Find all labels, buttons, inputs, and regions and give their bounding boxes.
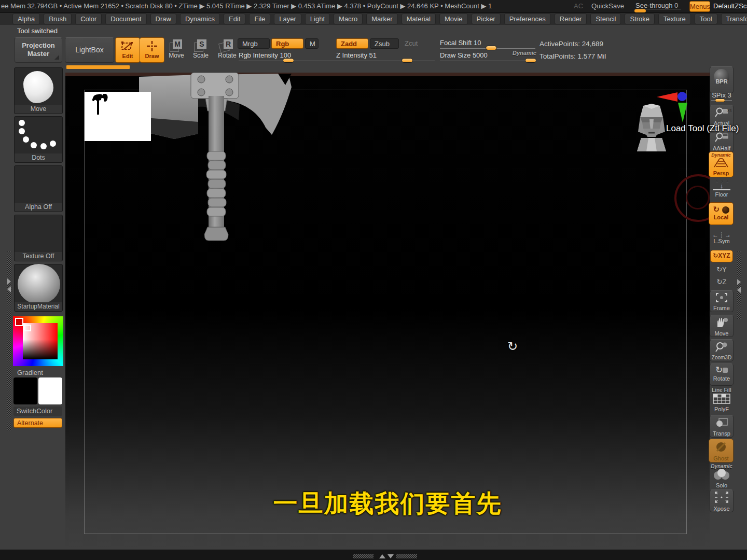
stroke-thumbnail[interactable]: Dots	[14, 116, 63, 163]
local-button[interactable]: ↻ Local	[709, 202, 734, 225]
rotate-z-button[interactable]: ↻Z	[713, 278, 730, 286]
menus-button[interactable]: Menus	[689, 1, 709, 11]
zadd-button[interactable]: Zadd	[336, 38, 368, 49]
actual-x1-badge: x1	[727, 108, 732, 113]
right-tray-divider[interactable]	[737, 251, 741, 319]
menu-marker[interactable]: Marker	[366, 13, 397, 24]
color-picker-hue-cursor[interactable]	[15, 318, 23, 326]
menu-tool[interactable]: Tool	[695, 13, 717, 24]
color-picker[interactable]	[13, 316, 63, 366]
bottom-scroll-left[interactable]	[353, 554, 374, 558]
bottom-scroll-right[interactable]	[396, 554, 417, 558]
gyro-move-button[interactable]: M Move	[168, 39, 185, 59]
rotate-xyz-button[interactable]: ↻XYZ	[710, 250, 733, 262]
see-through-slider-handle[interactable]	[634, 9, 646, 12]
texture-thumbnail[interactable]: Texture Off	[14, 215, 63, 261]
gyro-rotate-button[interactable]: R Rotate	[217, 39, 238, 59]
bpr-button[interactable]: BPR	[710, 66, 734, 93]
polyf-button[interactable]: PolyF	[710, 393, 734, 412]
document-canvas[interactable]: ↻ 一旦加载我们要首先	[65, 73, 710, 550]
menu-brush[interactable]: Brush	[44, 13, 72, 24]
polymesh-head-icon	[636, 103, 667, 158]
rgb-button[interactable]: Rgb	[271, 38, 303, 49]
menu-render[interactable]: Render	[555, 13, 587, 24]
persp-grid-icon	[713, 158, 729, 168]
scroll-up-icon[interactable]	[379, 554, 385, 558]
left-tray-collapse-left-icon[interactable]	[7, 286, 11, 292]
m-button[interactable]: M	[305, 38, 319, 49]
menu-draw[interactable]: Draw	[150, 13, 176, 24]
rotate-y-button[interactable]: ↻Y	[713, 265, 730, 273]
menu-dynamics[interactable]: Dynamics	[180, 13, 220, 24]
secondary-color-swatch[interactable]	[38, 377, 62, 404]
material-thumb-label: StartupMaterial	[15, 302, 62, 311]
lightbox-button[interactable]: LightBox	[65, 37, 114, 63]
quicksave-button[interactable]: QuickSave	[591, 2, 624, 10]
alpha-thumbnail[interactable]: Alpha Off	[14, 165, 63, 212]
quickpick-tool-icon	[89, 93, 115, 118]
left-tray-collapse-right-icon[interactable]	[7, 278, 11, 285]
menu-file[interactable]: File	[249, 13, 270, 24]
menu-layer[interactable]: Layer	[274, 13, 301, 24]
color-picker-sv-cursor[interactable]	[24, 325, 31, 331]
menu-preferences[interactable]: Preferences	[504, 13, 551, 24]
menu-macro[interactable]: Macro	[334, 13, 363, 24]
menu-texture[interactable]: Texture	[658, 13, 691, 24]
lsym-arrows-icon: ←⋮→	[710, 232, 734, 238]
scroll-down-icon[interactable]	[388, 554, 394, 558]
zsub-button[interactable]: Zsub	[370, 38, 399, 49]
zoom3d-button[interactable]: Zoom3D	[710, 339, 734, 361]
total-points-stat: TotalPoints: 1.577 Mil	[540, 52, 606, 60]
z-intensity-handle[interactable]	[402, 58, 413, 63]
floor-button[interactable]: ↓ Floor	[710, 184, 734, 198]
rotate-icon: R	[224, 39, 233, 49]
menu-alpha[interactable]: Alpha	[12, 13, 40, 24]
spix-handle[interactable]	[715, 99, 725, 102]
xpose-button[interactable]: Xpose	[710, 489, 734, 512]
draw-size-handle[interactable]	[525, 58, 536, 63]
actual-magnifier-icon	[715, 107, 728, 118]
dots-stroke-icon	[15, 117, 62, 153]
transp-button[interactable]: Transp	[710, 415, 734, 438]
material-thumbnail[interactable]: StartupMaterial	[14, 264, 63, 312]
right-tray-collapse-left-icon[interactable]	[737, 287, 741, 293]
rgb-intensity-handle[interactable]	[283, 58, 294, 63]
menu-light[interactable]: Light	[305, 13, 330, 24]
notification-tool-switched: Tool switched	[17, 27, 58, 35]
menu-transform[interactable]: Transform	[721, 13, 747, 24]
current-brush-thumbnail[interactable]: Move	[14, 67, 63, 114]
main-color-swatch[interactable]	[13, 377, 37, 404]
scale-label: Scale	[192, 52, 210, 59]
menu-color[interactable]: Color	[75, 13, 102, 24]
lsym-button[interactable]: ←⋮→ L.Sym	[710, 232, 734, 244]
menu-edit[interactable]: Edit	[224, 13, 245, 24]
menu-stencil[interactable]: Stencil	[590, 13, 621, 24]
zoom3d-magnifier-icon	[715, 341, 728, 353]
projection-master-button[interactable]: Projection Master	[15, 37, 62, 63]
pan-move-button[interactable]: Move	[710, 315, 734, 337]
menu-document[interactable]: Document	[105, 13, 146, 24]
lightbox-progress-strip	[66, 65, 130, 69]
frame-button[interactable]: Frame	[710, 290, 734, 312]
edit-button[interactable]: Edit	[115, 37, 140, 63]
right-tray: BPR SPix 3 x1 Actual AAHalf	[710, 73, 747, 550]
mrgb-button[interactable]: Mrgb	[238, 38, 270, 49]
menu-picker[interactable]: Picker	[472, 13, 501, 24]
draw-size-dynamic-label[interactable]: Dynamic	[513, 50, 536, 56]
draw-button[interactable]: Draw	[140, 37, 164, 63]
orbit-rotate-button[interactable]: ↻ Rotate	[710, 363, 734, 386]
persp-button[interactable]: Dynamic Persp	[709, 151, 734, 177]
ghost-button[interactable]: Ghost	[709, 439, 734, 463]
solo-button[interactable]: Solo	[710, 469, 734, 488]
focal-shift-slider-label: Focal Shift 10	[440, 39, 481, 47]
zcut-button[interactable]: Zcut	[400, 38, 424, 49]
menu-stroke[interactable]: Stroke	[625, 13, 655, 24]
gyro-scale-button[interactable]: S Scale	[192, 39, 210, 59]
focal-shift-handle[interactable]	[486, 46, 497, 50]
switch-color-button[interactable]: SwitchColor	[13, 407, 62, 416]
menu-movie[interactable]: Movie	[439, 13, 468, 24]
right-tray-collapse-right-icon[interactable]	[737, 279, 741, 285]
quickpick-panel[interactable]	[85, 92, 151, 141]
menu-material[interactable]: Material	[402, 13, 436, 24]
alternate-button[interactable]: Alternate	[13, 418, 62, 428]
